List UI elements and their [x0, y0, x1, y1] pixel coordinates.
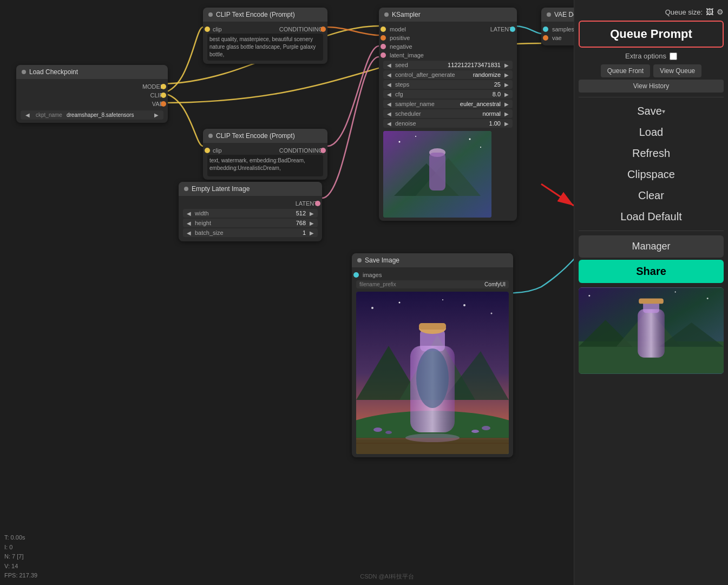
height-slider-row: ◀ height 768 ▶: [183, 219, 318, 227]
clip-output-port[interactable]: [161, 93, 166, 98]
load-checkpoint-body: MODEL CLIP VAE ◀ ckpt_name dreamshaper_8…: [16, 79, 168, 123]
clip-text-positive-body: clip CONDITIONING best quality, masterpi…: [203, 22, 327, 64]
positive-input-port[interactable]: [381, 35, 386, 41]
control-arrow-right[interactable]: ▶: [503, 72, 510, 78]
svg-rect-5: [429, 153, 445, 190]
right-panel: Queue size: 🖼 ⚙ Queue Prompt Extra optio…: [574, 0, 728, 585]
ksampler-header: KSampler: [379, 8, 517, 22]
latent-image-input-port[interactable]: [381, 52, 386, 58]
vae-input-port[interactable]: [543, 35, 548, 41]
height-arrow-left[interactable]: ◀: [185, 220, 193, 226]
load-checkpoint-node: Load Checkpoint MODEL CLIP VAE ◀ ckpt_na…: [16, 65, 168, 123]
load-default-button[interactable]: Load Default: [579, 207, 724, 226]
scheduler-arrow-right[interactable]: ▶: [503, 111, 510, 117]
conditioning-output-port-pos[interactable]: [320, 27, 326, 32]
clear-button[interactable]: Clear: [579, 186, 724, 205]
empty-latent-body: LATENT ◀ width 512 ▶ ◀ height 768 ▶ ◀ ba…: [179, 196, 322, 241]
ksampler-title: KSampler: [392, 11, 421, 18]
vae-output-port[interactable]: [161, 101, 166, 107]
filename-prefix-value: ComfyUI: [484, 281, 506, 287]
node-canvas[interactable]: Load Checkpoint MODEL CLIP VAE ◀ ckpt_na…: [0, 0, 574, 585]
status-n: N: 7 [7]: [4, 552, 37, 562]
seed-label: seed: [393, 62, 445, 68]
queue-size-gear-icon[interactable]: ⚙: [717, 8, 724, 16]
batch-label: batch_size: [193, 229, 276, 236]
queue-size-label: Queue size:: [665, 8, 703, 16]
denoise-value: 1.00: [470, 120, 503, 127]
model-input-label: model: [383, 26, 406, 32]
scheduler-label: scheduler: [393, 110, 470, 117]
images-input-port[interactable]: [353, 272, 359, 278]
positive-input-row: positive: [383, 34, 513, 42]
sampler-arrow-right[interactable]: ▶: [503, 101, 510, 107]
scheduler-arrow-left[interactable]: ◀: [385, 111, 393, 117]
positive-prompt-text[interactable]: best quality, masterpiece, beautiful sce…: [207, 34, 323, 61]
clip-input-port-neg[interactable]: [205, 148, 210, 153]
batch-size-slider-row: ◀ batch_size 1 ▶: [183, 228, 318, 237]
seed-arrow-left[interactable]: ◀: [385, 62, 393, 68]
batch-arrow-right[interactable]: ▶: [308, 230, 316, 236]
steps-arrow-left[interactable]: ◀: [385, 82, 393, 88]
queue-front-button[interactable]: Queue Front: [601, 64, 650, 77]
node-dot-latent: [184, 187, 188, 191]
view-queue-button[interactable]: View Queue: [653, 64, 701, 77]
svg-point-8: [469, 139, 471, 140]
clip-text-negative-title: CLIP Text Encode (Prompt): [216, 132, 295, 140]
latent-output-port-ksampler[interactable]: [510, 27, 515, 32]
denoise-arrow-left[interactable]: ◀: [385, 121, 393, 127]
width-arrow-left[interactable]: ◀: [185, 211, 193, 216]
node-dot-pos: [208, 12, 213, 17]
conditioning-output-label-pos: CONDITIONING: [279, 26, 323, 32]
svg-point-25: [371, 307, 373, 309]
cfg-arrow-left[interactable]: ◀: [385, 91, 393, 97]
model-output-port[interactable]: [161, 84, 166, 89]
save-image-title: Save Image: [365, 257, 399, 264]
save-image-node: Save Image images filename_prefix ComfyU…: [352, 253, 513, 457]
ksampler-body: model LATENT positive negative latent_im…: [379, 22, 517, 221]
clip-input-port-pos[interactable]: [205, 27, 210, 32]
svg-point-43: [707, 298, 709, 299]
view-history-button[interactable]: View History: [579, 80, 724, 93]
latent-output-port[interactable]: [315, 201, 320, 206]
seed-arrow-right[interactable]: ▶: [503, 62, 510, 68]
refresh-button[interactable]: Refresh: [579, 144, 724, 163]
svg-point-18: [471, 430, 479, 433]
negative-prompt-text[interactable]: text, watermark, embedding:BadDream, emb…: [207, 155, 323, 176]
latent-image-input-label: latent_image: [383, 52, 424, 58]
height-arrow-right[interactable]: ▶: [308, 220, 316, 226]
sampler-arrow-left[interactable]: ◀: [385, 101, 393, 107]
clip-input-pos: clip CONDITIONING: [207, 25, 323, 34]
cfg-label: cfg: [393, 91, 470, 97]
latent-output-label: LATENT: [296, 200, 318, 207]
ckpt-arrow-left[interactable]: ◀: [24, 112, 31, 118]
samples-input-port[interactable]: [543, 27, 548, 32]
queue-prompt-button[interactable]: Queue Prompt: [579, 21, 724, 48]
svg-rect-39: [638, 309, 665, 357]
extra-options-checkbox[interactable]: [670, 52, 677, 60]
denoise-arrow-right[interactable]: ▶: [503, 121, 510, 127]
clipspace-button[interactable]: Clipspace: [579, 165, 724, 184]
save-label: Save: [637, 105, 662, 117]
ckpt-arrow-right[interactable]: ▶: [153, 112, 160, 118]
queue-view-row: Queue Front View Queue: [579, 64, 724, 77]
steps-arrow-right[interactable]: ▶: [503, 82, 510, 88]
share-button[interactable]: Share: [579, 260, 724, 283]
cfg-row: ◀ cfg 8.0 ▶: [383, 90, 513, 98]
steps-row: ◀ steps 25 ▶: [383, 80, 513, 89]
svg-rect-23: [419, 323, 446, 330]
svg-point-6: [399, 141, 401, 143]
cfg-arrow-right[interactable]: ▶: [503, 91, 510, 97]
manager-button[interactable]: Manager: [579, 235, 724, 258]
negative-input-port[interactable]: [381, 44, 386, 49]
width-arrow-right[interactable]: ▶: [308, 211, 316, 216]
load-button[interactable]: Load: [579, 123, 724, 142]
save-button[interactable]: Save ▾: [579, 102, 724, 121]
steps-value: 25: [470, 81, 503, 88]
conditioning-output-port-neg[interactable]: [320, 148, 326, 153]
width-label: width: [193, 210, 276, 216]
save-dropdown-arrow[interactable]: ▾: [662, 108, 665, 115]
control-arrow-left[interactable]: ◀: [385, 72, 393, 78]
status-i: I: 0: [4, 543, 37, 553]
batch-arrow-left[interactable]: ◀: [185, 230, 193, 236]
model-input-port[interactable]: [381, 27, 386, 32]
